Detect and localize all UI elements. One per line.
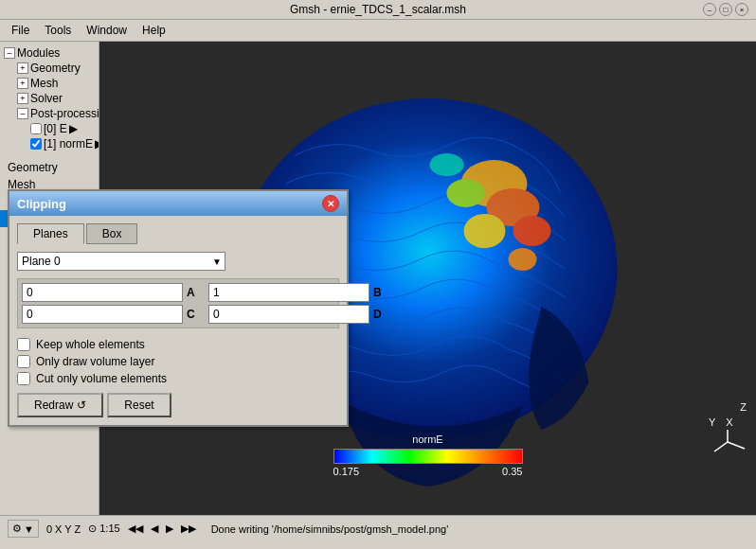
checkbox-keep-whole[interactable] [17, 338, 30, 351]
checkbox-row-volume: Only draw volume layer [17, 355, 339, 368]
checkbox-volume-layer[interactable] [17, 355, 30, 368]
checkbox-row-cut: Cut only volume elements [17, 372, 339, 385]
checkbox-keep-whole-label: Keep whole elements [36, 338, 145, 351]
tree-view0[interactable]: [0] E ▶ [27, 121, 99, 136]
expand-solver[interactable]: + [17, 93, 28, 104]
input-row-b: B [208, 283, 392, 302]
menu-bar: File Tools Window Help [0, 20, 756, 42]
menu-help[interactable]: Help [135, 22, 173, 39]
checkbox-volume-layer-label: Only draw volume layer [36, 355, 154, 368]
svg-point-4 [447, 179, 485, 207]
tab-planes[interactable]: Planes [17, 223, 84, 244]
colorscale-bar [333, 449, 523, 464]
tree-view0-label: [0] E [44, 122, 67, 135]
tree-view1-label: [1] normE [44, 137, 93, 151]
tree-postprocessing[interactable]: – Post-processing [13, 106, 99, 121]
tree-geometry[interactable]: + Geometry [13, 61, 99, 76]
window-title: Gmsh - ernie_TDCS_1_scalar.msh [290, 3, 466, 16]
title-bar-buttons: – □ × [703, 3, 748, 16]
menu-file[interactable]: File [4, 22, 37, 39]
menu-tools[interactable]: Tools [37, 22, 79, 39]
input-row-d: D [208, 305, 392, 324]
expand-mesh[interactable]: + [17, 78, 28, 89]
colorscale-max: 0.35 [502, 466, 522, 477]
input-label-d: D [373, 308, 392, 321]
tree-geometry-label: Geometry [30, 62, 81, 75]
svg-line-10 [728, 442, 745, 449]
svg-point-3 [464, 214, 506, 248]
status-bar: ⚙ ▼ 0 X Y Z ⊙ 1:15 ◀◀ ◀ ▶ ▶▶ Done writin… [0, 515, 756, 541]
nav-next[interactable]: ▶ [166, 522, 173, 535]
menu-window[interactable]: Window [79, 22, 135, 39]
input-label-a: A [187, 286, 206, 299]
dialog-title-bar: Clipping ✕ [9, 191, 347, 216]
tree-view1[interactable]: [1] normE ▶ [27, 136, 99, 151]
tree-view: – Modules + Geometry + Mesh + Solver – [0, 42, 99, 155]
clipping-dialog: Clipping ✕ Planes Box Plane 0 Plane 1 Pl… [8, 189, 349, 427]
redraw-button[interactable]: Redraw ↺ [17, 393, 103, 417]
tree-solver-label: Solver [30, 92, 63, 105]
tree-solver[interactable]: + Solver [13, 91, 99, 106]
close-button[interactable]: × [735, 3, 748, 16]
input-field-d[interactable] [208, 305, 369, 324]
expand-modules[interactable]: – [4, 47, 15, 59]
gear-icon: ⚙ [12, 522, 22, 535]
axis-x: X [726, 416, 732, 428]
dialog-buttons: Redraw ↺ Reset [17, 393, 339, 417]
checkbox-cut-volume-label: Cut only volume elements [36, 372, 167, 385]
plane-select[interactable]: Plane 0 Plane 1 Plane 2 Plane 3 Plane 4 … [17, 252, 225, 271]
nav-prev[interactable]: ◀ [151, 522, 158, 535]
plane-dropdown: Plane 0 Plane 1 Plane 2 Plane 3 Plane 4 … [17, 252, 339, 271]
input-field-c[interactable] [22, 305, 183, 324]
checkbox-view0[interactable] [30, 123, 42, 134]
nav-prev-prev[interactable]: ◀◀ [128, 522, 143, 535]
axis-z: Z [740, 401, 747, 413]
minimize-button[interactable]: – [703, 3, 716, 16]
svg-point-7 [509, 248, 537, 271]
dialog-content: Planes Box Plane 0 Plane 1 Plane 2 Plane… [9, 216, 347, 425]
reset-label: Reset [124, 398, 153, 412]
tree-modules: – Modules [0, 45, 99, 61]
svg-point-6 [513, 216, 551, 246]
tab-box[interactable]: Box [86, 223, 138, 244]
dialog-title: Clipping [17, 197, 66, 211]
reset-button[interactable]: Reset [107, 393, 171, 417]
tab-bar: Planes Box [17, 223, 339, 244]
maximize-button[interactable]: □ [719, 3, 732, 16]
status-coordinates: 0 X Y Z [46, 523, 81, 535]
colorscale-label: normE [333, 434, 523, 445]
status-ratio: ⊙ 1:15 [88, 522, 119, 535]
axis-y: Y [709, 416, 715, 428]
inputs-grid: A B C D [17, 278, 339, 328]
title-bar: Gmsh - ernie_TDCS_1_scalar.msh – □ × [0, 0, 756, 20]
expand-postprocessing[interactable]: – [17, 108, 28, 119]
colorscale-container: normE 0.175 0.35 [333, 434, 523, 477]
plane-select-wrapper: Plane 0 Plane 1 Plane 2 Plane 3 Plane 4 … [17, 252, 225, 271]
tree-mesh-label: Mesh [30, 77, 58, 90]
tree-postprocessing-label: Post-processing [30, 107, 99, 120]
settings-gear-box[interactable]: ⚙ ▼ [8, 520, 39, 538]
redraw-label: Redraw [34, 398, 73, 412]
input-label-c: C [187, 308, 206, 321]
svg-point-5 [430, 153, 464, 176]
checkbox-cut-volume[interactable] [17, 372, 30, 385]
colorscale-min: 0.175 [333, 466, 360, 477]
status-message: Done writing '/home/simnibs/post/gmsh_mo… [211, 523, 449, 535]
nav-geometry[interactable]: Geometry [0, 159, 99, 176]
dialog-close-button[interactable]: ✕ [322, 195, 339, 212]
nav-next-next[interactable]: ▶▶ [181, 522, 196, 535]
input-label-b: B [373, 286, 392, 299]
input-field-b[interactable] [208, 283, 369, 302]
input-field-a[interactable] [22, 283, 183, 302]
svg-line-9 [714, 442, 728, 452]
axis-svg [709, 428, 747, 456]
tree-mesh[interactable]: + Mesh [13, 76, 99, 91]
gear-arrow-icon: ▼ [24, 523, 34, 535]
checkbox-view1[interactable] [30, 138, 42, 150]
colorscale-ticks: 0.175 0.35 [333, 466, 523, 477]
arrow-view0: ▶ [69, 122, 78, 135]
axis-labels: Z Y X [709, 401, 747, 458]
checkbox-row-keep: Keep whole elements [17, 338, 339, 351]
expand-geometry[interactable]: + [17, 62, 28, 74]
input-row-c: C [22, 305, 206, 324]
